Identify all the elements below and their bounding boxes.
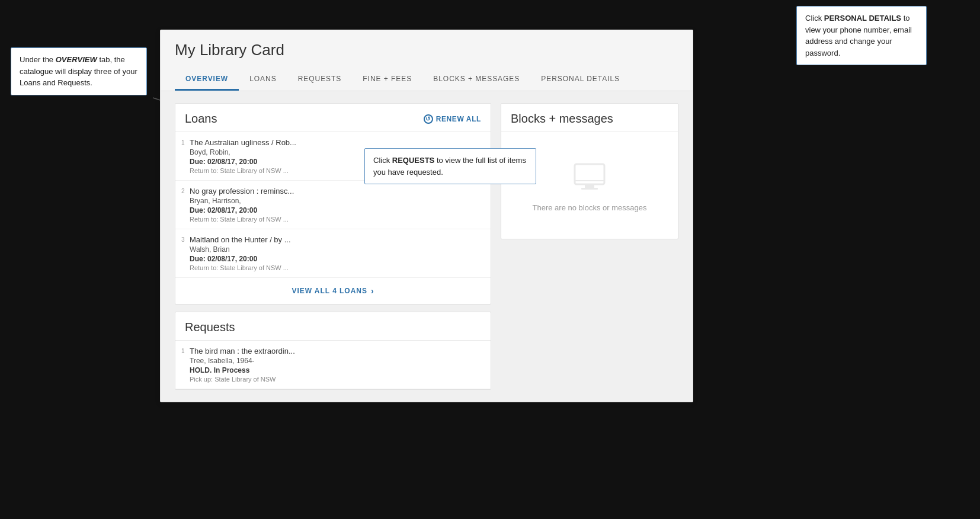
tab-requests[interactable]: REQUESTS	[287, 69, 353, 91]
request-item: 1 The bird man : the extraordin... Tree,…	[175, 341, 491, 389]
item-title: No gray profession : reminsc...	[190, 187, 481, 196]
item-title: The bird man : the extraordin...	[190, 347, 481, 355]
loans-section: Loans ↺ RENEW ALL 1 The Australian uglin…	[175, 103, 491, 305]
tooltip-requests: Click REQUESTS to view the full list of …	[364, 148, 536, 184]
svg-rect-5	[585, 184, 594, 188]
requests-title: Requests	[185, 321, 235, 334]
item-return: Return to: State Library of NSW ...	[190, 216, 481, 223]
view-all-label: VIEW ALL 4 LOANS	[292, 287, 367, 295]
item-number: 1	[181, 348, 185, 354]
tab-blocks-messages[interactable]: BLOCKS + MESSAGES	[422, 69, 530, 91]
requests-header: Requests	[175, 312, 491, 341]
item-number: 3	[181, 236, 185, 243]
card-body: Loans ↺ RENEW ALL 1 The Australian uglin…	[161, 91, 693, 402]
tooltip-personal-text: Click PERSONAL DETAILS to view your phon…	[805, 14, 912, 57]
item-due: Due: 02/08/17, 20:00	[190, 206, 481, 214]
tabs-nav: OVERVIEW LOANS REQUESTS FINE + FEES BLOC…	[175, 69, 678, 91]
item-pickup: Pick up: State Library of NSW	[190, 376, 481, 383]
tooltip-personal: Click PERSONAL DETAILS to view your phon…	[796, 6, 927, 65]
blocks-header: Blocks + messages	[501, 104, 678, 132]
loans-title: Loans	[185, 112, 217, 126]
loan-item: 3 Maitland on the Hunter / by ... Walsh,…	[175, 229, 491, 278]
no-blocks-icon	[572, 159, 607, 195]
card-header: My Library Card OVERVIEW LOANS REQUESTS …	[161, 30, 693, 91]
item-title: The Australian ugliness / Rob...	[190, 138, 481, 147]
tooltip-requests-text: Click REQUESTS to view the full list of …	[373, 156, 526, 177]
requests-section: Requests 1 The bird man : the extraordin…	[175, 312, 491, 390]
tooltip-overview: Under the OVERVIEW tab, the catalogue wi…	[11, 47, 147, 95]
renew-all-label: RENEW ALL	[436, 115, 481, 123]
blocks-title: Blocks + messages	[511, 112, 613, 125]
tab-loans[interactable]: LOANS	[239, 69, 287, 91]
item-return: Return to: State Library of NSW ...	[190, 264, 481, 271]
library-card: My Library Card OVERVIEW LOANS REQUESTS …	[160, 30, 693, 402]
left-column: Loans ↺ RENEW ALL 1 The Australian uglin…	[175, 103, 491, 390]
item-number: 1	[181, 139, 185, 146]
renew-all-button[interactable]: ↺ RENEW ALL	[424, 114, 481, 124]
item-status: HOLD. In Process	[190, 366, 481, 374]
svg-rect-6	[581, 188, 598, 190]
item-author: Tree, Isabella, 1964-	[190, 357, 481, 365]
item-due: Due: 02/08/17, 20:00	[190, 255, 481, 263]
blocks-empty-text: There are no blocks or messages	[533, 203, 647, 212]
item-author: Walsh, Brian	[190, 245, 481, 254]
item-number: 2	[181, 188, 185, 194]
loan-item: 2 No gray profession : reminsc... Bryan,…	[175, 181, 491, 229]
tab-personal-details[interactable]: PERSONAL DETAILS	[530, 69, 630, 91]
tab-fine-fees[interactable]: FINE + FEES	[352, 69, 422, 91]
chevron-right-icon: ›	[371, 286, 374, 296]
loans-header: Loans ↺ RENEW ALL	[175, 104, 491, 132]
renew-icon: ↺	[424, 114, 433, 124]
item-author: Bryan, Harrison,	[190, 197, 481, 205]
view-all-loans-button[interactable]: VIEW ALL 4 LOANS ›	[175, 278, 491, 304]
tab-overview[interactable]: OVERVIEW	[175, 69, 239, 91]
tooltip-overview-text: Under the OVERVIEW tab, the catalogue wi…	[20, 55, 137, 87]
item-title: Maitland on the Hunter / by ...	[190, 235, 481, 244]
page-title: My Library Card	[175, 41, 678, 59]
